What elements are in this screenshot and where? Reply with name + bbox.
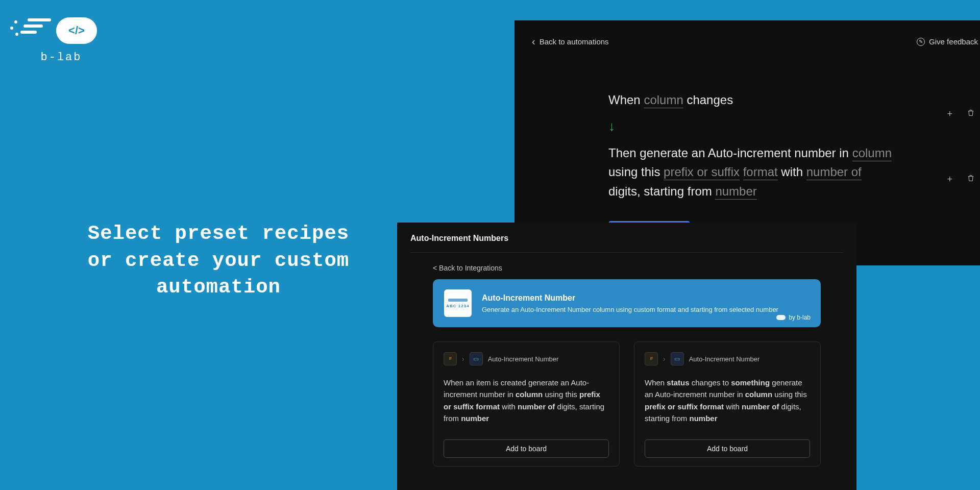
recipe-description: When an item is created generate an Auto… [444, 377, 609, 424]
number-placeholder[interactable]: number [715, 184, 756, 200]
chevron-left-icon [532, 36, 535, 47]
recipe-card-title: Auto-Increment Number [488, 355, 559, 363]
brand-logo: </> b-lab [26, 15, 97, 64]
add-to-board-button[interactable]: Add to board [444, 439, 609, 458]
monday-icon: 〃 [444, 352, 457, 365]
add-trigger-button[interactable]: + [947, 109, 952, 119]
recipe-card-title: Auto-Increment Number [689, 355, 760, 363]
recipe-card: 〃 › ▭ Auto-Increment Number When status … [634, 341, 821, 467]
hero-heading: Select preset recipes or create your cus… [70, 220, 366, 301]
delete-trigger-button[interactable] [967, 108, 975, 120]
chevron-right-icon: › [663, 355, 666, 363]
recipe-card: 〃 › ▭ Auto-Increment Number When an item… [433, 341, 620, 467]
auto-increment-icon: ▭ [671, 352, 684, 365]
code-icon: </> [56, 17, 97, 44]
auto-increment-icon: ▭ [470, 352, 483, 365]
feedback-icon: ✎ [917, 38, 925, 46]
integrations-title: Auto-Increment Numbers [410, 234, 843, 253]
action-sentence: Then generate an Auto-increment number i… [608, 143, 894, 201]
delete-action-button[interactable] [967, 174, 975, 185]
integration-author: by b-lab [776, 314, 811, 321]
integration-header-subtitle: Generate an Auto-Increment Number column… [482, 306, 778, 313]
back-to-integrations-link[interactable]: < Back to Integrations [433, 264, 843, 272]
number-of-placeholder[interactable]: number of [806, 165, 862, 180]
integrations-panel: Auto-Increment Numbers < Back to Integra… [397, 223, 856, 490]
action-column-placeholder[interactable]: column [852, 146, 892, 161]
back-to-automations-link[interactable]: Back to automations [532, 36, 609, 47]
integration-icon: ABC 1234 [444, 289, 472, 317]
arrow-down-icon: ↓ [608, 118, 894, 134]
add-action-button[interactable]: + [947, 174, 952, 185]
brand-text: b-lab [26, 51, 97, 64]
monday-icon: 〃 [645, 352, 658, 365]
add-to-board-button[interactable]: Add to board [645, 439, 810, 458]
integration-header-title: Auto-Increment Number [482, 293, 778, 303]
author-badge-icon [776, 315, 786, 320]
give-feedback-link[interactable]: ✎ Give feedback [917, 37, 978, 46]
format-placeholder[interactable]: format [743, 165, 778, 180]
trigger-column-placeholder[interactable]: column [644, 93, 683, 108]
integration-header-card[interactable]: ABC 1234 Auto-Increment Number Generate … [433, 279, 821, 327]
trigger-sentence: When column changes [608, 90, 894, 109]
chevron-right-icon: › [462, 355, 464, 363]
recipe-description: When status changes to something generat… [645, 377, 810, 424]
prefix-suffix-placeholder[interactable]: prefix or suffix [664, 165, 740, 180]
